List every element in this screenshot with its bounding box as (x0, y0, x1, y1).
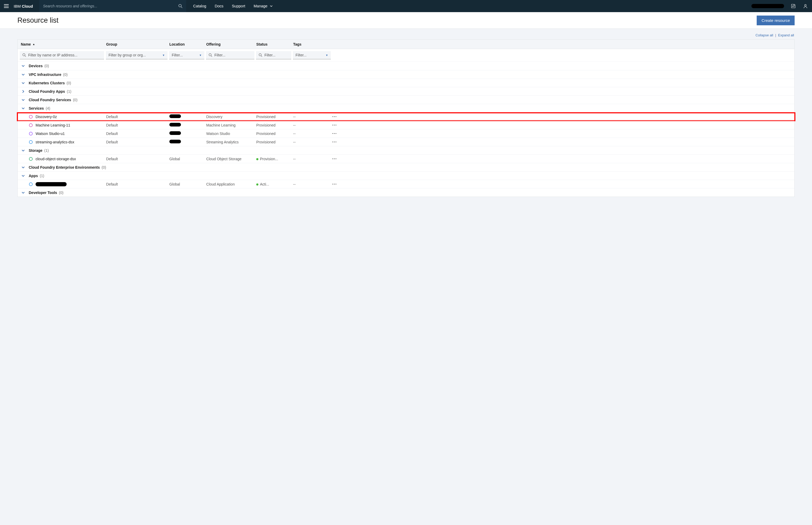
create-note-button[interactable] (787, 0, 799, 12)
nav-catalog[interactable]: Catalog (189, 0, 210, 12)
resource-row[interactable]: DefaultGlobalCloud ApplicationActi...-- (18, 180, 794, 188)
svg-point-4 (259, 54, 261, 56)
profile-button[interactable] (799, 0, 811, 12)
svg-point-6 (29, 124, 32, 127)
group-label: Apps (1) (29, 174, 340, 178)
group-count: (0) (67, 81, 71, 85)
nav-support[interactable]: Support (228, 0, 249, 12)
resource-icon (29, 123, 33, 127)
group-row-cfapps[interactable]: Cloud Foundry Apps (1) (18, 87, 794, 95)
row-actions-button[interactable] (332, 141, 340, 142)
filter-row: ▼ ▼ (18, 49, 794, 62)
resource-row[interactable]: Watson Studio-u1DefaultWatson StudioProv… (18, 129, 794, 138)
create-resource-button[interactable]: Create resource (757, 16, 795, 25)
resource-location: Global (168, 157, 205, 161)
chevron-down-icon[interactable] (18, 166, 29, 169)
menu-button[interactable] (0, 0, 13, 12)
brand-logo[interactable]: IBM Cloud (13, 4, 39, 9)
resource-row[interactable]: Machine Learning-11DefaultMachine Learni… (18, 121, 794, 129)
chevron-down-icon[interactable] (18, 81, 29, 85)
resource-name[interactable]: cloud-object-storage-dsx (35, 157, 76, 161)
chevron-down-icon[interactable] (18, 106, 29, 110)
filter-location-select[interactable]: ▼ (169, 51, 204, 59)
chevron-down-icon (270, 5, 272, 7)
resource-status: Provisioned (255, 132, 292, 136)
resource-offering: Machine Learning (205, 123, 255, 127)
search-input[interactable] (43, 4, 176, 8)
row-actions-button[interactable] (332, 125, 340, 125)
chevron-down-icon[interactable] (18, 149, 29, 152)
group-row-cfsvc[interactable]: Cloud Foundry Services (0) (18, 95, 794, 104)
header-nav: Catalog Docs Support Manage (186, 0, 277, 12)
row-actions-button[interactable] (332, 116, 340, 117)
resource-location (168, 140, 205, 144)
group-row-devices[interactable]: Devices (0) (18, 62, 794, 70)
resource-location (168, 115, 205, 119)
nav-docs[interactable]: Docs (210, 0, 228, 12)
col-name[interactable]: Name ▲ (18, 42, 105, 46)
brand-light: IBM (14, 4, 21, 9)
resource-tags: -- (292, 182, 332, 186)
row-actions-button[interactable] (332, 159, 340, 159)
row-actions-button[interactable] (332, 133, 340, 134)
filter-name-input[interactable] (20, 51, 104, 59)
redacted-location (169, 115, 181, 118)
filter-offering-input[interactable] (206, 51, 254, 59)
resource-offering: Watson Studio (205, 132, 255, 136)
resource-row[interactable]: cloud-object-storage-dsxDefaultGlobalClo… (18, 154, 794, 163)
resource-tags: -- (292, 123, 332, 127)
filter-tags-select[interactable]: ▼ (293, 51, 331, 59)
chevron-down-icon[interactable] (18, 98, 29, 102)
collapse-all-link[interactable]: Collapse all (755, 33, 773, 37)
col-status[interactable]: Status (255, 42, 292, 46)
header-search[interactable] (39, 0, 186, 12)
brand-bold: Cloud (22, 4, 33, 9)
nav-manage[interactable]: Manage (249, 0, 277, 12)
resource-row[interactable]: streaming-analytics-dsxDefaultStreaming … (18, 138, 794, 146)
caret-down-icon: ▼ (199, 54, 202, 57)
col-location[interactable]: Location (168, 42, 205, 46)
group-row-devtools[interactable]: Developer Tools (0) (18, 188, 794, 197)
resource-status: Provisioned (255, 123, 292, 127)
resource-name[interactable]: Discovery-0z (35, 115, 57, 119)
resource-tags: -- (292, 140, 332, 144)
separator: | (774, 33, 777, 37)
resource-name[interactable]: Watson Studio-u1 (35, 132, 65, 136)
edit-icon (791, 4, 796, 9)
group-row-k8s[interactable]: Kubernetes Clusters (0) (18, 78, 794, 87)
resource-row[interactable]: Discovery-0zDefaultDiscoveryProvisioned-… (18, 112, 794, 121)
col-offering[interactable]: Offering (205, 42, 255, 46)
col-tags[interactable]: Tags (292, 42, 332, 46)
resource-offering: Cloud Application (205, 182, 255, 186)
col-group[interactable]: Group (105, 42, 168, 46)
resource-group: Default (105, 132, 168, 136)
resource-offering: Cloud Object Storage (205, 157, 255, 161)
group-label: Storage (1) (29, 148, 340, 153)
group-count: (0) (45, 64, 49, 68)
row-actions-button[interactable] (332, 184, 340, 184)
resource-location (168, 131, 205, 136)
group-row-cfee[interactable]: Cloud Foundry Enterprise Environments (0… (18, 163, 794, 171)
chevron-down-icon[interactable] (18, 191, 29, 195)
resource-name[interactable]: Machine Learning-11 (35, 123, 70, 127)
sort-asc-icon: ▲ (32, 43, 35, 46)
filter-status-select[interactable] (256, 51, 291, 59)
collapse-expand-controls: Collapse all | Expand all (17, 32, 795, 39)
resource-tags: -- (292, 132, 332, 136)
chevron-down-icon[interactable] (18, 73, 29, 76)
group-row-svc[interactable]: Services (4) (18, 104, 794, 112)
group-row-storage[interactable]: Storage (1) (18, 146, 794, 154)
group-label: Cloud Foundry Services (0) (29, 98, 340, 102)
resource-name[interactable]: streaming-analytics-dsx (35, 140, 74, 144)
group-row-vpc[interactable]: VPC Infrastructure (0) (18, 70, 794, 78)
account-selector[interactable] (751, 4, 784, 8)
group-row-apps[interactable]: Apps (1) (18, 171, 794, 180)
chevron-down-icon[interactable] (18, 64, 29, 68)
resource-offering: Discovery (205, 115, 255, 119)
group-label: Kubernetes Clusters (0) (29, 81, 340, 85)
expand-all-link[interactable]: Expand all (778, 33, 794, 37)
filter-group-select[interactable]: ▼ (106, 51, 168, 59)
resource-location (168, 123, 205, 127)
chevron-down-icon[interactable] (18, 174, 29, 178)
chevron-right-icon[interactable] (18, 90, 29, 93)
